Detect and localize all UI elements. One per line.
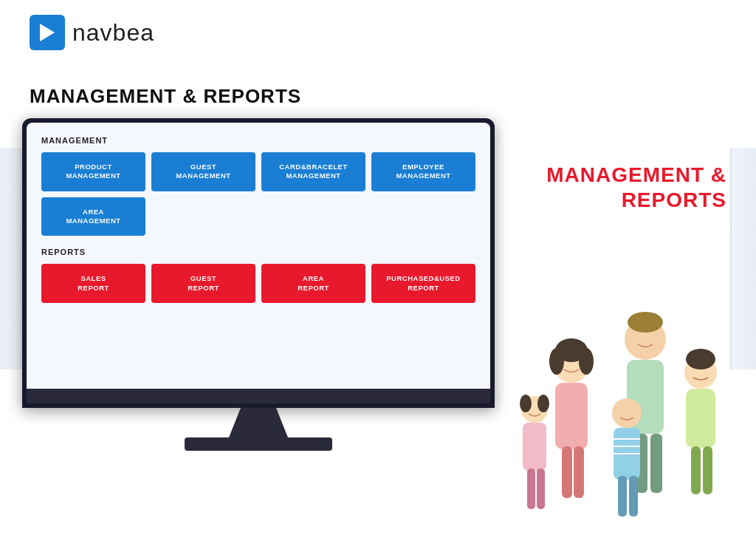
logo-text: navbea — [72, 19, 154, 47]
svg-rect-20 — [629, 476, 638, 517]
svg-point-29 — [537, 395, 549, 412]
svg-point-17 — [612, 398, 642, 428]
monitor-stand-neck — [229, 408, 288, 437]
area-management-button[interactable]: AREAMANAGEMENT — [41, 197, 145, 236]
employee-management-button[interactable]: EMPLOYEEMANAGEMENT — [371, 152, 475, 191]
svg-rect-19 — [618, 476, 627, 517]
empty-slot-3 — [371, 197, 475, 236]
page-title: MANAGEMENT & REPORTS — [30, 85, 301, 108]
svg-rect-7 — [562, 446, 572, 498]
svg-rect-3 — [650, 434, 662, 493]
svg-point-10 — [549, 348, 564, 375]
purchased-used-report-button[interactable]: PURCHASED&USEDREPORT — [371, 264, 475, 303]
svg-rect-14 — [691, 446, 701, 494]
family-illustration — [490, 299, 741, 528]
svg-point-4 — [628, 312, 663, 333]
logo-arrow-icon — [40, 24, 55, 41]
monitor-wrapper: MANAGEMENT PRODUCTMANAGEMENT GUESTMANAGE… — [22, 118, 495, 451]
svg-rect-26 — [527, 468, 535, 509]
svg-rect-8 — [574, 446, 584, 498]
monitor-stand-top — [27, 389, 490, 403]
management-section-label: MANAGEMENT — [41, 136, 475, 145]
guest-management-button[interactable]: GUESTMANAGEMENT — [151, 152, 255, 191]
svg-rect-13 — [686, 389, 715, 448]
monitor-base — [185, 437, 332, 451]
reports-section-label: REPORTS — [41, 248, 475, 256]
monitor-screen: MANAGEMENT PRODUCTMANAGEMENT GUESTMANAGE… — [22, 118, 495, 408]
reports-grid: SALESREPORT GUESTREPORT AREAREPORT PURCH… — [41, 264, 475, 303]
management-grid-row1: PRODUCTMANAGEMENT GUESTMANAGEMENT CARD&B… — [41, 152, 475, 191]
product-management-button[interactable]: PRODUCTMANAGEMENT — [41, 152, 145, 191]
logo-box — [30, 15, 65, 50]
empty-slot-1 — [151, 197, 255, 236]
right-heading: MANAGEMENT & REPORTS — [505, 163, 726, 212]
svg-point-16 — [686, 349, 715, 369]
screen-inner: MANAGEMENT PRODUCTMANAGEMENT GUESTMANAGE… — [27, 123, 490, 389]
card-bracelet-management-button[interactable]: CARD&BRACELETMANAGEMENT — [261, 152, 365, 191]
sales-report-button[interactable]: SALESREPORT — [41, 264, 145, 303]
svg-rect-25 — [523, 423, 546, 471]
management-grid-row2: AREAMANAGEMENT — [41, 197, 475, 236]
guest-report-button[interactable]: GUESTREPORT — [151, 264, 255, 303]
svg-rect-6 — [555, 383, 588, 449]
header: navbea — [30, 15, 154, 50]
area-report-button[interactable]: AREAREPORT — [261, 264, 365, 303]
svg-rect-15 — [703, 446, 712, 494]
svg-point-11 — [579, 348, 594, 375]
svg-rect-27 — [537, 468, 545, 509]
empty-slot-2 — [261, 197, 365, 236]
svg-point-28 — [520, 395, 532, 412]
